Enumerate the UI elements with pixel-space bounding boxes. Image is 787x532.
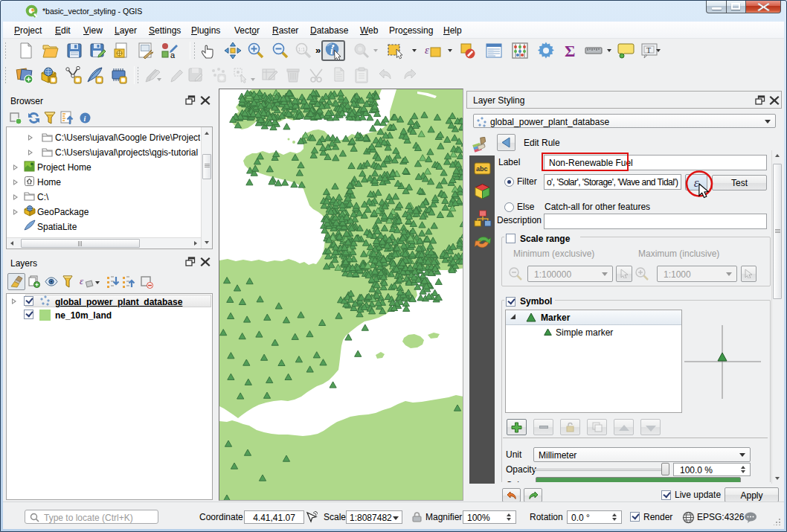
svg-text:ε: ε bbox=[425, 44, 429, 56]
svg-text:a: a bbox=[170, 51, 176, 60]
svg-text:T: T bbox=[646, 46, 651, 54]
svg-text:Σ: Σ bbox=[565, 42, 575, 60]
svg-text:i: i bbox=[84, 115, 86, 123]
svg-text:ε: ε bbox=[80, 275, 84, 286]
svg-text:1:1: 1:1 bbox=[298, 47, 306, 52]
svg-text:i: i bbox=[330, 45, 333, 57]
svg-text:abc: abc bbox=[476, 165, 488, 173]
